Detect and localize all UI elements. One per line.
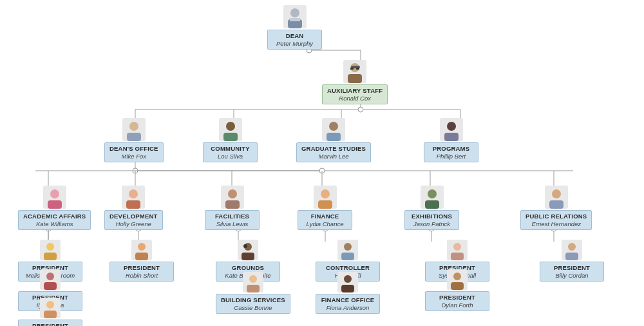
svg-point-85 <box>46 273 54 280</box>
svg-point-73 <box>321 189 330 198</box>
development-card: DEVELOPMENT Holly Greene <box>104 210 163 230</box>
avatar-sydney <box>447 240 468 260</box>
svg-point-76 <box>428 189 437 198</box>
node-community: COMMUNITY Lou Silva <box>203 118 258 162</box>
pres-star-card: PRESIDENT Star Matson <box>18 320 82 326</box>
svg-point-67 <box>129 189 138 198</box>
svg-point-96 <box>243 244 247 248</box>
community-card: COMMUNITY Lou Silva <box>203 142 258 162</box>
svg-point-64 <box>50 189 59 198</box>
avatar-facilities <box>221 186 244 209</box>
avatar-ilya <box>40 269 61 290</box>
svg-rect-56 <box>223 133 238 141</box>
svg-rect-83 <box>44 253 57 260</box>
avatar-programs <box>440 118 463 141</box>
avatar-grounds <box>238 240 258 260</box>
avatar-community <box>219 118 242 141</box>
avatar-auxiliary <box>343 60 366 83</box>
node-graduate: GRADUATE STUDIES Marvin Lee <box>296 118 371 162</box>
svg-rect-105 <box>341 285 354 292</box>
svg-point-88 <box>46 301 54 309</box>
public-relations-card: PUBLIC RELATIONS Ernest Hernandez <box>520 210 592 230</box>
svg-point-61 <box>447 122 456 131</box>
node-pres-dylan: PRESIDENT Dylan Forth <box>425 269 489 311</box>
svg-rect-92 <box>135 253 148 260</box>
svg-point-113 <box>568 243 576 251</box>
svg-rect-77 <box>425 200 439 209</box>
svg-point-79 <box>552 189 561 198</box>
avatar-finance <box>314 186 337 209</box>
node-pres-star: PRESIDENT Star Matson <box>18 298 82 326</box>
svg-point-13 <box>133 168 138 173</box>
programs-card: PROGRAMS Phillip Bert <box>424 142 478 162</box>
building-card: BUILDING SERVICES Cassie Bonne <box>216 294 290 314</box>
svg-point-107 <box>453 243 461 251</box>
avatar-controller <box>337 240 358 260</box>
avatar-dean <box>283 5 307 28</box>
avatar-dylan <box>447 269 468 290</box>
graduate-card: GRADUATE STUDIES Marvin Lee <box>296 142 371 162</box>
dean-card: DEAN Peter Murphy <box>267 30 322 50</box>
svg-rect-86 <box>44 282 57 290</box>
finance-office-card: FINANCE OFFICE Fiona Anderson <box>316 294 380 314</box>
node-auxiliary: AUXILIARY STAFF Ronald Cox <box>322 60 388 104</box>
avatar-star <box>40 298 61 318</box>
node-finance: FINANCE Lydia Chance <box>298 186 352 230</box>
svg-point-91 <box>138 243 146 251</box>
node-facilities: FACILITIES Silvia Lewis <box>205 186 260 230</box>
svg-rect-111 <box>451 282 464 290</box>
node-programs: PROGRAMS Phillip Bert <box>424 118 478 162</box>
svg-point-52 <box>129 122 138 131</box>
svg-rect-114 <box>565 253 578 260</box>
svg-point-58 <box>329 122 338 131</box>
node-public-relations: PUBLIC RELATIONS Ernest Hernandez <box>520 186 592 230</box>
avatar-development <box>122 186 145 209</box>
finance-card: FINANCE Lydia Chance <box>298 210 352 230</box>
node-exhibitions: EXHIBITIONS Jason Patrick <box>404 186 459 230</box>
avatar-billy <box>562 240 582 260</box>
svg-rect-89 <box>44 311 57 318</box>
svg-point-101 <box>344 243 352 251</box>
svg-rect-95 <box>242 253 254 260</box>
pres-billy-card: PRESIDENT Billy Cordan <box>540 262 604 282</box>
svg-point-82 <box>46 243 54 251</box>
svg-point-55 <box>226 122 235 131</box>
svg-point-104 <box>344 275 352 283</box>
svg-rect-80 <box>549 200 564 209</box>
node-building: BUILDING SERVICES Cassie Bonne <box>216 272 290 314</box>
svg-rect-108 <box>451 253 464 260</box>
svg-point-6 <box>358 107 363 112</box>
svg-point-98 <box>249 275 257 283</box>
academic-card: ACADEMIC AFFAIRS Kate Williams <box>18 210 91 230</box>
svg-point-42 <box>290 8 299 17</box>
svg-rect-68 <box>126 200 140 209</box>
svg-rect-71 <box>225 200 240 209</box>
exhibitions-card: EXHIBITIONS Jason Patrick <box>404 210 459 230</box>
svg-rect-50 <box>356 68 359 70</box>
svg-rect-99 <box>247 285 260 292</box>
node-academic: ACADEMIC AFFAIRS Kate Williams <box>18 186 91 230</box>
avatar-deans-office <box>122 118 146 141</box>
svg-rect-102 <box>341 253 354 260</box>
svg-point-15 <box>319 168 325 173</box>
deans-office-card: DEAN'S OFFICE Mike Fox <box>104 142 164 162</box>
avatar-academic <box>43 186 66 209</box>
node-pres-robin: PRESIDENT Robin Short <box>109 240 174 282</box>
svg-rect-62 <box>444 133 459 141</box>
avatar-melissa <box>40 240 61 260</box>
node-finance-office: FINANCE OFFICE Fiona Anderson <box>316 272 380 314</box>
org-chart: DEAN Peter Murphy AUXILIARY STAFF Ronald… <box>0 0 644 322</box>
node-development: DEVELOPMENT Holly Greene <box>104 186 163 230</box>
avatar-graduate <box>322 118 345 141</box>
avatar-public-relations <box>545 186 568 209</box>
pres-dylan-card: PRESIDENT Dylan Forth <box>425 291 489 311</box>
svg-rect-49 <box>350 68 354 70</box>
svg-point-70 <box>228 189 237 198</box>
svg-rect-65 <box>48 200 62 209</box>
avatar-exhibitions <box>421 186 444 209</box>
node-dean: DEAN Peter Murphy <box>267 5 322 50</box>
facilities-card: FACILITIES Silvia Lewis <box>205 210 260 230</box>
pres-robin-card: PRESIDENT Robin Short <box>109 262 174 282</box>
node-pres-billy: PRESIDENT Billy Cordan <box>540 240 604 282</box>
svg-point-110 <box>453 273 461 280</box>
